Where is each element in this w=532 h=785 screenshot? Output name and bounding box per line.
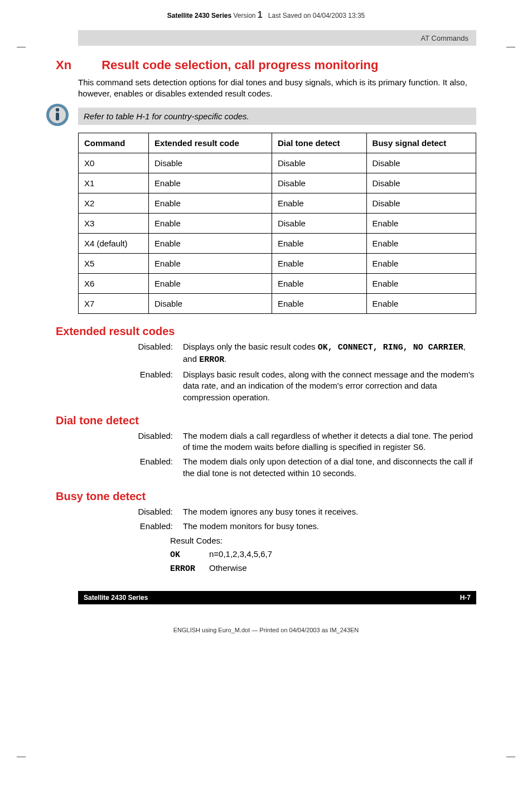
ext-disabled-codes: OK, CONNECT, RING, NO CARRIER bbox=[318, 343, 463, 352]
table-cell: Enable bbox=[272, 293, 366, 313]
footer-page: H-7 bbox=[460, 594, 471, 602]
xn-cmd: Xn bbox=[56, 58, 98, 72]
xn-note: Refer to table H-1 for country-specific … bbox=[78, 108, 476, 125]
rc-ok-val: n=0,1,2,3,4,5,6,7 bbox=[209, 549, 272, 559]
xn-table: Command Extended result code Dial tone d… bbox=[78, 133, 476, 314]
dial-disabled-label: Disabled: bbox=[78, 430, 183, 453]
busy-enabled-row: Enabled: The modem monitors for busy ton… bbox=[78, 521, 476, 532]
svg-point-2 bbox=[56, 108, 59, 111]
xn-title: Result code selection, call progress mon… bbox=[101, 58, 378, 72]
table-cell: Enable bbox=[272, 253, 366, 273]
ext-disabled-end: . bbox=[224, 354, 226, 364]
table-cell: Disable bbox=[272, 153, 366, 173]
table-row: X4 (default)EnableEnableEnable bbox=[79, 233, 476, 253]
table-cell: Enable bbox=[149, 173, 272, 193]
dial-enabled-row: Enabled: The modem dials only upon detec… bbox=[78, 456, 476, 479]
rc-ok-row: OKn=0,1,2,3,4,5,6,7 bbox=[170, 547, 476, 561]
xn-th-2: Dial tone detect bbox=[272, 133, 366, 153]
table-cell: X1 bbox=[79, 173, 149, 193]
ext-enabled-label: Enabled: bbox=[78, 369, 183, 403]
table-cell: Enable bbox=[272, 273, 366, 293]
table-cell: X4 (default) bbox=[79, 233, 149, 253]
table-row: X0DisableDisableDisable bbox=[79, 153, 476, 173]
crop-mark-bl: — bbox=[17, 752, 26, 762]
hdr-series: Satellite 2430 Series bbox=[167, 12, 231, 20]
xn-heading: Xn Result code selection, call progress … bbox=[56, 58, 476, 72]
table-cell: Enable bbox=[149, 233, 272, 253]
busy-heading: Busy tone detect bbox=[56, 490, 476, 503]
table-cell: Enable bbox=[272, 193, 366, 213]
ext-enabled-row: Enabled: Displays basic result codes, al… bbox=[78, 369, 476, 403]
rc-err-code: ERROR bbox=[170, 563, 209, 575]
hdr-version-num: 1 bbox=[258, 10, 263, 20]
busy-disabled-row: Disabled: The modem ignores any busy ton… bbox=[78, 506, 476, 517]
footer-print: ENGLISH using Euro_M.dot — Printed on 04… bbox=[0, 627, 532, 633]
table-cell: Enable bbox=[149, 253, 272, 273]
info-icon bbox=[45, 102, 70, 130]
ext-disabled-row: Disabled: Displays only the basic result… bbox=[78, 341, 476, 366]
table-cell: Disable bbox=[272, 173, 366, 193]
table-cell: Disable bbox=[149, 153, 272, 173]
hdr-saved: Last Saved on 04/04/2003 13:35 bbox=[268, 12, 365, 20]
xn-paragraph: This command sets detection options for … bbox=[78, 77, 476, 100]
dial-heading: Dial tone detect bbox=[56, 414, 476, 427]
hdr-version-label: Version bbox=[233, 12, 255, 20]
svg-rect-3 bbox=[56, 113, 59, 120]
busy-enabled-value: The modem monitors for busy tones. bbox=[183, 521, 476, 532]
xn-th-3: Busy signal detect bbox=[366, 133, 476, 153]
ext-enabled-value: Displays basic result codes, along with … bbox=[183, 369, 476, 403]
table-cell: Enable bbox=[366, 233, 476, 253]
ext-disabled-label: Disabled: bbox=[78, 341, 183, 366]
busy-disabled-label: Disabled: bbox=[78, 506, 183, 517]
crop-mark-tr: — bbox=[506, 42, 515, 52]
table-cell: X3 bbox=[79, 213, 149, 233]
table-cell: Enable bbox=[149, 213, 272, 233]
result-codes-label: Result Codes: bbox=[170, 534, 476, 547]
crop-mark-br: — bbox=[506, 752, 515, 762]
table-row: X1EnableDisableDisable bbox=[79, 173, 476, 193]
table-cell: X5 bbox=[79, 253, 149, 273]
page-header: Satellite 2430 Series Version 1 Last Sav… bbox=[0, 0, 532, 20]
table-cell: Disable bbox=[366, 153, 476, 173]
table-cell: Enable bbox=[366, 253, 476, 273]
xn-th-0: Command bbox=[79, 133, 149, 153]
result-codes-block: Result Codes: OKn=0,1,2,3,4,5,6,7 ERRORO… bbox=[170, 534, 476, 575]
rc-ok-code: OK bbox=[170, 549, 209, 561]
dial-enabled-value: The modem dials only upon detection of a… bbox=[183, 456, 476, 479]
table-cell: Disable bbox=[272, 213, 366, 233]
table-row: X6EnableEnableEnable bbox=[79, 273, 476, 293]
crop-mark-tl: — bbox=[17, 42, 26, 52]
table-row: X3EnableDisableEnable bbox=[79, 213, 476, 233]
table-cell: X7 bbox=[79, 293, 149, 313]
ext-codes-heading: Extended result codes bbox=[56, 325, 476, 338]
footer-series: Satellite 2430 Series bbox=[84, 594, 148, 602]
dial-enabled-label: Enabled: bbox=[78, 456, 183, 479]
table-cell: Disable bbox=[366, 193, 476, 213]
section-bar: AT Commands bbox=[78, 30, 476, 46]
table-cell: X0 bbox=[79, 153, 149, 173]
section-bar-text: AT Commands bbox=[421, 34, 469, 42]
xn-table-header-row: Command Extended result code Dial tone d… bbox=[79, 133, 476, 153]
table-cell: X6 bbox=[79, 273, 149, 293]
ext-disabled-pre: Displays only the basic result codes bbox=[183, 342, 318, 351]
table-cell: Enable bbox=[149, 273, 272, 293]
table-cell: Enable bbox=[366, 273, 476, 293]
ext-disabled-value: Displays only the basic result codes OK,… bbox=[183, 341, 476, 366]
xn-th-1: Extended result code bbox=[149, 133, 272, 153]
footer-bar: Satellite 2430 Series H-7 bbox=[78, 591, 476, 604]
rc-err-row: ERROROtherwise bbox=[170, 561, 476, 575]
busy-enabled-label: Enabled: bbox=[78, 521, 183, 532]
table-cell: X2 bbox=[79, 193, 149, 213]
table-cell: Disable bbox=[366, 173, 476, 193]
table-cell: Enable bbox=[272, 233, 366, 253]
table-cell: Disable bbox=[149, 293, 272, 313]
table-row: X2EnableEnableDisable bbox=[79, 193, 476, 213]
table-cell: Enable bbox=[366, 293, 476, 313]
table-row: X7DisableEnableEnable bbox=[79, 293, 476, 313]
ext-disabled-last: ERROR bbox=[199, 355, 224, 365]
table-cell: Enable bbox=[366, 213, 476, 233]
dial-disabled-row: Disabled: The modem dials a call regardl… bbox=[78, 430, 476, 453]
rc-err-val: Otherwise bbox=[209, 563, 247, 573]
table-cell: Enable bbox=[149, 193, 272, 213]
busy-disabled-value: The modem ignores any busy tones it rece… bbox=[183, 506, 476, 517]
